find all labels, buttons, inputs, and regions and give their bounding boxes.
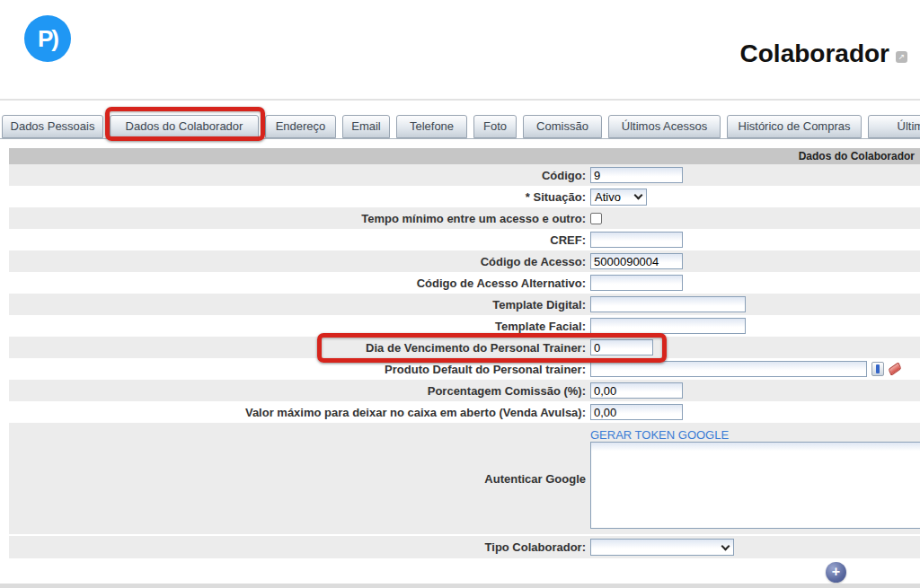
tab-historico-de-compras[interactable]: Histórico de Compras [727,115,862,138]
codigo-acesso-alternativo-label: Código de Acesso Alternativo: [9,276,586,290]
tempo-minimo-checkbox[interactable] [590,213,602,224]
row-situacao: * Situação: Ativo [9,186,920,207]
cref-input[interactable] [590,232,683,248]
cref-label: CREF: [9,233,586,247]
tab-email[interactable]: Email [342,115,390,138]
page: P) Colaborador ↗ Dados Pessoais Dados do… [0,0,920,588]
tab-endereco[interactable]: Endereço [265,115,336,138]
header-divider [0,99,920,101]
page-title: Colaborador [740,39,889,68]
codigo-acesso-label: Código de Acesso: [9,255,586,268]
google-token-textarea[interactable] [590,442,920,529]
situacao-selected-value: Ativo [595,190,621,204]
tab-ultimos-a[interactable]: Últimos A [868,115,920,138]
template-digital-input[interactable] [590,296,746,312]
lookup-icon[interactable] [871,362,884,376]
codigo-label: Código: [9,169,586,182]
app-logo: P) [24,15,71,62]
tipo-colaborador-label: Tipo Colaborador: [9,540,586,554]
tab-foto[interactable]: Foto [473,115,517,138]
tab-telefone[interactable]: Telefone [396,115,467,138]
template-facial-label: Template Facial: [9,320,586,333]
produto-default-pt-label: Produto Default do Personal trainer: [9,363,586,376]
tab-dados-pessoais[interactable]: Dados Pessoais [2,115,103,138]
bottom-strip [0,584,920,588]
row-codigo-acesso: Código de Acesso: [9,250,920,272]
situacao-label: * Situação: [9,190,586,204]
row-codigo-acesso-alternativo: Código de Acesso Alternativo: [9,272,920,294]
porcentagem-comissao-label: Porcentagem Comissão (%): [9,384,586,398]
row-autenticar-google: Autenticar Google GERAR TOKEN GOOGLE [9,423,920,534]
row-tempo-minimo: Tempo mínimo entre um acesso e outro: [9,207,920,229]
row-cref: CREF: [9,229,920,250]
popout-icon[interactable]: ↗ [896,51,907,63]
section-title: Dados do Colaborador [9,148,920,164]
codigo-acesso-alternativo-input[interactable] [590,275,683,291]
highlight-box-tab [105,107,265,141]
row-valor-maximo-caixa: Valor máximo para deixar no caixa em abe… [9,401,920,423]
tipo-colaborador-select[interactable] [590,539,734,556]
highlight-box-dia-vencimento [317,333,667,363]
row-porcentagem-comissao: Porcentagem Comissão (%): [9,380,920,401]
template-facial-input[interactable] [590,318,746,334]
row-tipo-colaborador: Tipo Colaborador: [9,536,920,558]
situacao-select[interactable]: Ativo [590,189,647,206]
row-template-digital: Template Digital: [9,294,920,315]
chevron-down-icon [721,541,730,550]
tempo-minimo-label: Tempo mínimo entre um acesso e outro: [9,212,586,225]
chevron-down-icon [634,191,643,200]
produto-default-pt-input[interactable] [590,361,867,377]
row-codigo: Código: [9,164,920,186]
tab-comissao[interactable]: Comissão [523,115,602,138]
add-button[interactable]: + [826,562,846,583]
codigo-input[interactable] [590,167,683,183]
gerar-token-google-link[interactable]: GERAR TOKEN GOOGLE [590,428,920,442]
porcentagem-comissao-input[interactable] [590,382,683,399]
valor-maximo-caixa-label: Valor máximo para deixar no caixa em abe… [9,406,586,419]
page-header: Colaborador ↗ [740,39,907,68]
autenticar-google-label: Autenticar Google [9,472,586,486]
tab-ultimos-acessos[interactable]: Últimos Acessos [608,115,721,138]
codigo-acesso-input[interactable] [590,253,683,269]
template-digital-label: Template Digital: [9,298,586,312]
valor-maximo-caixa-input[interactable] [590,404,683,420]
eraser-icon[interactable] [889,362,902,376]
